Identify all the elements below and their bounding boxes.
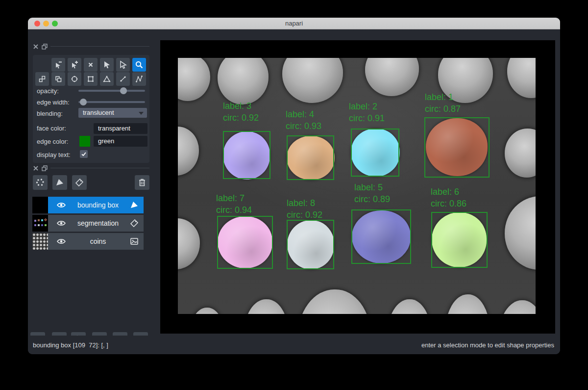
annotation-text: label: 7circ: 0.94 (216, 192, 252, 216)
shapes-layer-icon (129, 200, 139, 210)
background-coin (188, 308, 225, 314)
bounding-box-rect (424, 117, 490, 178)
add-rectangle-tool-button[interactable] (84, 72, 98, 86)
layer-name: bounding box (67, 201, 129, 209)
annotation-label-line: label: 7 (216, 192, 252, 204)
float-panel-icon[interactable] (42, 44, 48, 50)
visibility-eye-icon[interactable] (56, 236, 67, 247)
background-coin (505, 129, 536, 178)
edge-color-input[interactable]: green (94, 136, 147, 147)
opacity-slider[interactable] (78, 87, 145, 94)
move-to-back-tool-button[interactable] (35, 72, 49, 86)
new-labels-layer-button[interactable] (72, 175, 87, 190)
napari-window: napari (28, 18, 560, 354)
bounding-box-rect (287, 135, 334, 180)
bounding-box-rect (287, 220, 334, 269)
bounding-box-rect (217, 216, 273, 269)
opacity-label: opacity: (37, 87, 59, 95)
delete-shape-tool-button[interactable] (84, 58, 98, 72)
image-layer-icon (129, 236, 139, 246)
move-to-front-tool-button[interactable] (51, 72, 65, 86)
delete-layer-button[interactable] (135, 175, 149, 190)
blending-label: blending: (37, 110, 63, 117)
annotation-circ-line: circ: 0.92 (287, 209, 322, 221)
titlebar: napari (28, 18, 560, 29)
chevron-down-icon (139, 112, 144, 115)
select-vertices-tool-button[interactable] (116, 58, 130, 72)
annotation-circ-line: circ: 0.91 (349, 112, 385, 124)
annotation-circ-line: circ: 0.87 (425, 103, 461, 115)
visibility-eye-icon[interactable] (56, 200, 67, 210)
layer-thumbnail (32, 197, 48, 213)
background-coin (505, 196, 536, 270)
edge-color-swatch[interactable] (79, 136, 90, 147)
vertex-remove-tool-button[interactable] (51, 58, 65, 72)
edge-width-slider-track[interactable] (78, 101, 145, 103)
screen: napari (0, 0, 588, 390)
annotation-label-line: label: 6 (431, 186, 466, 198)
background-coin (445, 294, 490, 314)
sidebar: opacity: edge width: blending: transluce… (28, 29, 160, 336)
display-text-label: display text: (37, 151, 71, 158)
visibility-eye-icon[interactable] (56, 218, 67, 229)
background-coin (244, 299, 288, 314)
edge-width-label: edge width: (37, 99, 70, 106)
background-coin (387, 299, 431, 314)
annotation-circ-line: circ: 0.86 (431, 198, 466, 209)
add-polygon-tool-button[interactable] (100, 72, 114, 86)
face-color-input[interactable]: transparent (94, 123, 147, 134)
annotation-label-line: label: 2 (349, 101, 385, 112)
annotation-text: label: 1circ: 0.87 (425, 91, 461, 115)
viewer-canvas[interactable]: label: 3circ: 0.92label: 4circ: 0.93labe… (160, 40, 555, 334)
labels-layer-icon (129, 218, 139, 228)
annotation-label-line: label: 5 (354, 182, 390, 193)
background-coin (297, 289, 371, 314)
select-shapes-tool-button[interactable] (100, 58, 114, 72)
annotation-text: label: 8circ: 0.92 (287, 197, 322, 221)
layer-thumbnail (32, 215, 48, 232)
background-coin (282, 58, 343, 103)
layer-row-bounding-box[interactable]: bounding box (32, 197, 144, 213)
coins-photo: label: 3circ: 0.92label: 4circ: 0.93labe… (178, 58, 536, 314)
annotation-text: label: 5circ: 0.89 (354, 182, 390, 205)
annotation-text: label: 3circ: 0.92 (223, 100, 259, 124)
layer-row-coins[interactable]: coins (32, 233, 144, 250)
vertex-insert-tool-button[interactable] (68, 58, 81, 72)
background-coin (365, 58, 419, 96)
float-panel-icon[interactable] (42, 165, 48, 171)
annotation-circ-line: circ: 0.93 (286, 120, 321, 132)
edge-width-slider[interactable] (78, 99, 145, 105)
close-panel-icon[interactable] (33, 44, 39, 50)
panel-divider (50, 46, 149, 47)
layer-name: segmentation (67, 219, 129, 227)
annotation-text: label: 4circ: 0.93 (286, 108, 321, 132)
status-coordinates: bounding box [109 72]: [, ] (33, 341, 108, 349)
edge-width-slider-handle[interactable] (80, 99, 87, 105)
display-text-checkbox[interactable] (80, 150, 88, 158)
layer-thumbnail (32, 233, 48, 250)
new-points-layer-button[interactable] (33, 175, 48, 190)
annotation-label-line: label: 3 (223, 100, 259, 112)
background-coin (507, 58, 536, 98)
pan-zoom-tool-button[interactable] (132, 58, 146, 72)
opacity-slider-track[interactable] (78, 90, 145, 92)
add-ellipse-tool-button[interactable] (68, 72, 81, 86)
layer-row-segmentation[interactable]: segmentation (32, 215, 144, 232)
opacity-slider-handle[interactable] (120, 87, 127, 94)
annotation-circ-line: circ: 0.89 (354, 193, 390, 205)
status-bar: bounding box [109 72]: [, ] enter a sele… (28, 336, 560, 354)
background-coin (178, 218, 200, 269)
annotation-text: label: 2circ: 0.91 (349, 101, 385, 124)
bounding-box-rect (351, 129, 399, 177)
status-help-text: enter a selection mode to edit shape pro… (421, 341, 554, 349)
add-line-tool-button[interactable] (116, 72, 130, 86)
face-color-label: face color: (37, 125, 66, 132)
blending-dropdown[interactable]: translucent (78, 108, 147, 118)
close-panel-icon[interactable] (33, 165, 39, 171)
check-icon (81, 151, 87, 157)
new-shapes-layer-button[interactable] (52, 175, 67, 190)
annotation-label-line: label: 4 (286, 108, 321, 120)
bounding-box-rect (351, 209, 411, 264)
add-path-tool-button[interactable] (132, 72, 146, 86)
window-title: napari (28, 20, 560, 27)
